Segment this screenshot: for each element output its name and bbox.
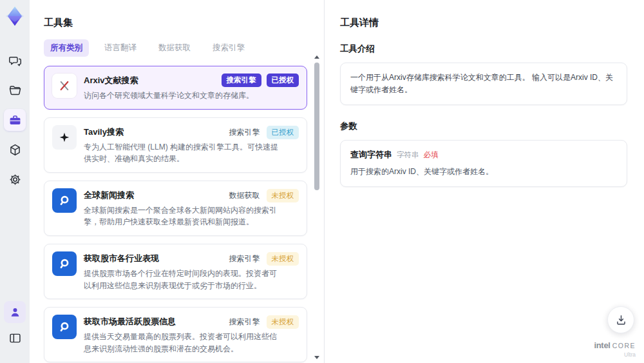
scroll-down-arrow-icon[interactable] — [314, 356, 319, 359]
arxiv-x-icon — [52, 74, 77, 98]
param-name: 查询字符串 — [350, 149, 392, 161]
app-window: 工具集 所有类别 语言翻译 数据获取 搜索引擎 Arxiv文献搜索 访问各个研究… — [0, 0, 644, 363]
param-description: 用于搜索的Arxiv ID、关键字或作者姓名。 — [350, 166, 617, 178]
page-title: 工具集 — [44, 17, 307, 29]
blue-news-app-icon — [52, 251, 77, 276]
app-sidebar — [0, 0, 30, 363]
param-required-flag: 必填 — [424, 150, 439, 160]
tools-panel: 工具集 所有类别 语言翻译 数据获取 搜索引擎 Arxiv文献搜索 访问各个研究… — [30, 0, 324, 363]
intel-core-logo: intel CORE Ultra — [594, 341, 636, 358]
status-badge: 未授权 — [267, 189, 299, 202]
category-badge: 搜索引擎 — [228, 315, 261, 329]
list-scrollbar[interactable] — [313, 55, 321, 359]
sparkle-icon — [52, 125, 77, 150]
category-badge: 搜索引擎 — [222, 74, 261, 87]
tool-card-arxiv[interactable]: Arxiv文献搜索 访问各个研究领域大量科学论文和文章的存储库。 搜索引擎 已授… — [44, 66, 307, 110]
intro-heading: 工具介绍 — [340, 43, 627, 55]
param-box: 查询字符串 字符串 必填 用于搜索的Arxiv ID、关键字或作者姓名。 — [340, 140, 627, 187]
tool-card-tavily[interactable]: Tavily搜索 专为人工智能代理 (LLM) 构建的搜索引擎工具。可快速提供实… — [44, 117, 307, 173]
tab-all-categories[interactable]: 所有类别 — [44, 39, 89, 57]
cube-icon[interactable] — [4, 139, 26, 161]
tool-description: 专为人工智能代理 (LLM) 构建的搜索引擎工具。可快速提供实时、准确和真实的结… — [84, 141, 278, 165]
intro-text: 一个用于从Arxiv存储库搜索科学论文和文章的工具。 输入可以是Arxiv ID… — [350, 72, 617, 96]
toolbox-icon[interactable] — [4, 109, 26, 131]
category-badge: 搜索引擎 — [228, 125, 261, 140]
user-icon[interactable] — [4, 301, 26, 323]
intro-box: 一个用于从Arxiv存储库搜索科学论文和文章的工具。 输入可以是Arxiv ID… — [340, 63, 627, 105]
status-badge: 已授权 — [267, 126, 299, 139]
category-tabs: 所有类别 语言翻译 数据获取 搜索引擎 — [44, 39, 307, 57]
status-badge: 未授权 — [267, 315, 299, 329]
tool-description: 提供当天交易量最高的股票列表。投资者可以利用这些信息来识别流动性强的股票和潜在的… — [84, 331, 278, 355]
tab-data-fetch[interactable]: 数据获取 — [152, 39, 197, 57]
params-heading: 参数 — [340, 121, 627, 132]
settings-gear-icon[interactable] — [4, 168, 26, 190]
sidebar-bottom — [4, 301, 26, 357]
blue-news-app-icon — [52, 315, 77, 339]
status-badge: 未授权 — [267, 252, 299, 266]
tab-translation[interactable]: 语言翻译 — [98, 39, 143, 57]
download-icon — [615, 314, 627, 326]
folder-icon[interactable] — [4, 79, 26, 101]
tab-search-engine[interactable]: 搜索引擎 — [206, 39, 251, 57]
panel-toggle-icon[interactable] — [4, 327, 26, 349]
app-logo-icon[interactable] — [3, 5, 26, 28]
ultra-wordmark: Ultra — [594, 352, 636, 358]
core-wordmark: CORE — [612, 342, 636, 350]
download-button[interactable] — [607, 306, 634, 333]
param-type: 字符串 — [397, 150, 419, 160]
tool-card-global-news[interactable]: 全球新闻搜索 全球新闻搜索是一个聚合全球各大新闻网站内容的搜索引擎，帮助用户快速… — [44, 181, 307, 236]
category-badge: 搜索引擎 — [228, 251, 261, 266]
status-badge: 已授权 — [267, 74, 299, 87]
tool-detail-panel: 工具详情 工具介绍 一个用于从Arxiv存储库搜索科学论文和文章的工具。 输入可… — [324, 0, 644, 363]
tool-description: 提供股票市场各个行业在特定时间段内的表现。投资者可以利用这些信息来识别表现优于或… — [84, 268, 278, 291]
detail-title: 工具详情 — [340, 17, 627, 29]
scrollbar-thumb[interactable] — [314, 63, 319, 190]
tool-card-active-stocks[interactable]: 获取市场最活跃股票信息 提供当天交易量最高的股票列表。投资者可以利用这些信息来识… — [44, 307, 307, 362]
scroll-up-arrow-icon[interactable] — [314, 55, 319, 59]
chat-icon[interactable] — [4, 50, 26, 72]
tool-card-sector-performance[interactable]: 获取股市各行业表现 提供股票市场各个行业在特定时间段内的表现。投资者可以利用这些… — [44, 244, 307, 299]
category-badge: 数据获取 — [228, 188, 261, 203]
blue-news-app-icon — [52, 188, 77, 213]
sidebar-nav — [4, 50, 26, 198]
tool-card-list: Arxiv文献搜索 访问各个研究领域大量科学论文和文章的存储库。 搜索引擎 已授… — [44, 66, 307, 363]
tool-description: 访问各个研究领域大量科学论文和文章的存储库。 — [84, 90, 278, 102]
intel-wordmark: intel — [594, 341, 610, 350]
tool-description: 全球新闻搜索是一个聚合全球各大新闻网站内容的搜索引擎，帮助用户快速获取全球最新资… — [84, 204, 278, 228]
